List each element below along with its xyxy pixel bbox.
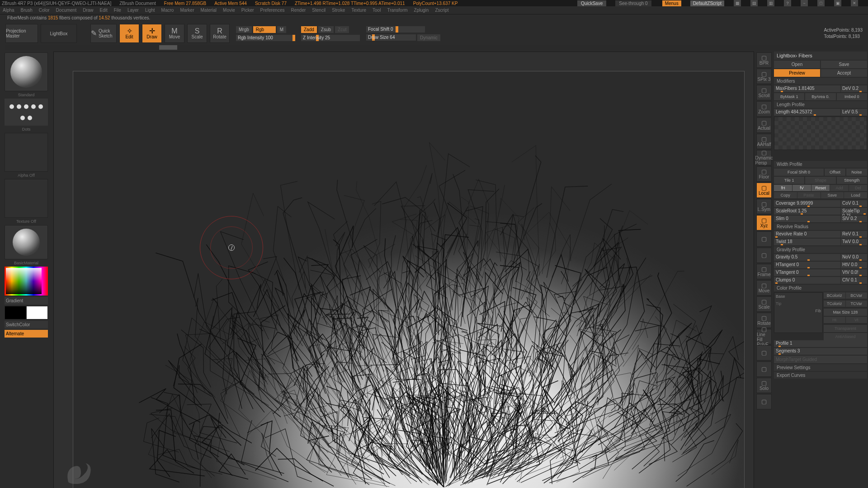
- menu-layer[interactable]: Layer: [127, 8, 139, 13]
- material-thumb[interactable]: [5, 225, 48, 259]
- alpha-thumb[interactable]: [5, 133, 48, 172]
- menu-movie[interactable]: Movie: [223, 8, 235, 13]
- rtool-blank-12[interactable]: ▢: [756, 248, 772, 263]
- paste-button[interactable]: Paste: [797, 192, 821, 198]
- layout-icon[interactable]: ▦: [734, 0, 741, 6]
- gradient-button[interactable]: Gradient: [5, 297, 48, 305]
- menu-draw[interactable]: Draw: [83, 8, 93, 13]
- reset-button[interactable]: Reset: [811, 185, 830, 191]
- segments-slider[interactable]: Segments 3: [774, 348, 867, 355]
- defaultscript-button[interactable]: DefaultZScript: [690, 0, 724, 6]
- revolve-radius-section[interactable]: Revolve Radius: [774, 223, 867, 230]
- bymask-slider[interactable]: ByMask 1: [774, 93, 804, 100]
- texture-thumb[interactable]: [5, 179, 48, 218]
- rtool-l-sym[interactable]: ▢L.Sym: [756, 199, 772, 214]
- scale-button[interactable]: SScale: [187, 24, 207, 43]
- menu-brush[interactable]: Brush: [21, 8, 33, 13]
- mrgb-button[interactable]: Mrgb: [236, 26, 252, 33]
- move-button[interactable]: MMove: [165, 24, 184, 43]
- byarea-slider[interactable]: ByArea 0.: [805, 93, 835, 100]
- rtool-local[interactable]: ▢Local: [756, 183, 772, 198]
- twv-slider[interactable]: TwV 0.0: [841, 239, 867, 245]
- switchcolor-button[interactable]: SwitchColor: [5, 321, 48, 328]
- dynamic-button[interactable]: Dynamic: [417, 34, 440, 41]
- accept-button[interactable]: Accept: [821, 69, 867, 77]
- menu-macro[interactable]: Macro: [161, 8, 174, 13]
- menu-tool[interactable]: Tool: [373, 8, 381, 13]
- maxfibers-slider[interactable]: MaxFibers 1.81405: [774, 85, 840, 92]
- clv-slider[interactable]: ClV 0.1: [841, 277, 867, 284]
- save-profile-button[interactable]: Save: [821, 192, 844, 198]
- rtool-actual[interactable]: ▢Actual: [756, 117, 772, 133]
- quicksave-button[interactable]: QuickSave: [577, 0, 606, 6]
- rtool-zoom[interactable]: ▢Zoom: [756, 101, 772, 117]
- twist-slider[interactable]: Twist 18: [774, 239, 840, 245]
- rtool-scale[interactable]: ▢Scale: [756, 296, 772, 312]
- draw-size-slider[interactable]: Draw Size 64: [366, 34, 416, 41]
- open-button[interactable]: Open: [774, 61, 820, 68]
- color-picker[interactable]: [5, 267, 48, 296]
- rtool-blank-19[interactable]: ▢: [756, 361, 772, 377]
- panel-header[interactable]: Lightbox› Fibers: [774, 52, 867, 60]
- menu-zscript[interactable]: Zscript: [435, 8, 448, 13]
- focal-shift-slider[interactable]: Focal Shift 0: [366, 26, 425, 33]
- quicksketch-button[interactable]: ✎Quick Sketch: [90, 24, 117, 43]
- imbed-slider[interactable]: Imbed 0: [837, 93, 867, 100]
- rtool-solo[interactable]: ▢Solo: [756, 378, 772, 393]
- rev-slider[interactable]: ReV 0.1: [841, 231, 867, 238]
- scaletip-slider[interactable]: ScaleTip 0.75: [841, 208, 867, 215]
- maxsize-slider[interactable]: Max Size 128: [824, 309, 867, 316]
- menu-render[interactable]: Render: [291, 8, 306, 13]
- menu-stroke[interactable]: Stroke: [332, 8, 345, 13]
- zsub-button[interactable]: Zsub: [318, 26, 334, 33]
- bcoloriz-slider[interactable]: BColoriz: [824, 292, 845, 299]
- menu-alpha[interactable]: Alpha: [3, 8, 14, 13]
- rtool-blank-11[interactable]: ▢: [756, 231, 772, 247]
- menu-stencil[interactable]: Stencil: [312, 8, 326, 13]
- menus-button[interactable]: Menus: [662, 0, 681, 6]
- profile-slider[interactable]: Profile 1: [774, 340, 867, 347]
- rotate-button[interactable]: RRotate: [210, 24, 230, 43]
- seethrough-slider[interactable]: See-through 0: [615, 0, 651, 6]
- antialiased-button[interactable]: AntiAliased: [824, 333, 867, 340]
- alternate-button[interactable]: Alternate: [5, 330, 48, 338]
- copy-button[interactable]: Copy: [774, 192, 797, 198]
- rgb-button[interactable]: Rgb: [253, 26, 276, 33]
- m-button[interactable]: M: [277, 26, 286, 33]
- rtool-frame[interactable]: ▢Frame: [756, 264, 772, 279]
- htv-slider[interactable]: HtV 0.0: [841, 262, 867, 268]
- menu-file[interactable]: File: [114, 8, 121, 13]
- menu-texture[interactable]: Texture: [351, 8, 366, 13]
- preview-button[interactable]: Preview: [774, 69, 820, 77]
- menu-marker[interactable]: Marker: [180, 8, 194, 13]
- bcvar-slider[interactable]: BCVar: [846, 292, 868, 299]
- tcoloriz-slider[interactable]: TColoriz: [824, 300, 845, 307]
- transparent-button[interactable]: Transparent: [824, 325, 867, 332]
- length-profile-graph[interactable]: [774, 117, 867, 150]
- menu-color[interactable]: Color: [39, 8, 50, 13]
- help-icon[interactable]: ?: [784, 0, 791, 6]
- color-profile-section[interactable]: Color Profile: [774, 285, 867, 291]
- rtool-move[interactable]: ▢Move: [756, 280, 772, 296]
- length-slider[interactable]: Length 484.25372: [774, 109, 840, 116]
- preview-settings-section[interactable]: Preview Settings: [774, 364, 867, 371]
- lightbox-button[interactable]: LightBox: [41, 24, 77, 43]
- z-intensity-slider[interactable]: Z Intensity 25: [301, 35, 360, 41]
- slim-slider[interactable]: Slim 0: [774, 216, 840, 222]
- width-profile-section[interactable]: Width Profile: [774, 161, 867, 168]
- layout2-icon[interactable]: ▤: [750, 0, 758, 6]
- morphtarget-button[interactable]: MorphTarget Guided: [774, 356, 867, 363]
- timeline[interactable]: [5, 45, 863, 50]
- gravity-profile-section[interactable]: Gravity Profile: [774, 246, 867, 253]
- gravity-slider[interactable]: Gravity 0.5: [774, 254, 840, 261]
- rtool-bpr[interactable]: ▢BPR: [756, 52, 772, 68]
- zcut-button[interactable]: Zcut: [335, 26, 349, 33]
- revolve-rate-slider[interactable]: Revolve Rate 0: [774, 231, 840, 238]
- menu-material[interactable]: Material: [201, 8, 217, 13]
- offset-button[interactable]: Offset: [825, 169, 845, 176]
- rtool-floor[interactable]: ▢Floor: [756, 166, 772, 182]
- rtool-scroll[interactable]: ▢Scroll: [756, 85, 772, 100]
- rtool-blank-21[interactable]: ▢: [756, 394, 772, 409]
- menu-transform[interactable]: Transform: [387, 8, 407, 13]
- rtool-line-fill-polyf[interactable]: ▢Line Fill PolyF: [756, 329, 772, 344]
